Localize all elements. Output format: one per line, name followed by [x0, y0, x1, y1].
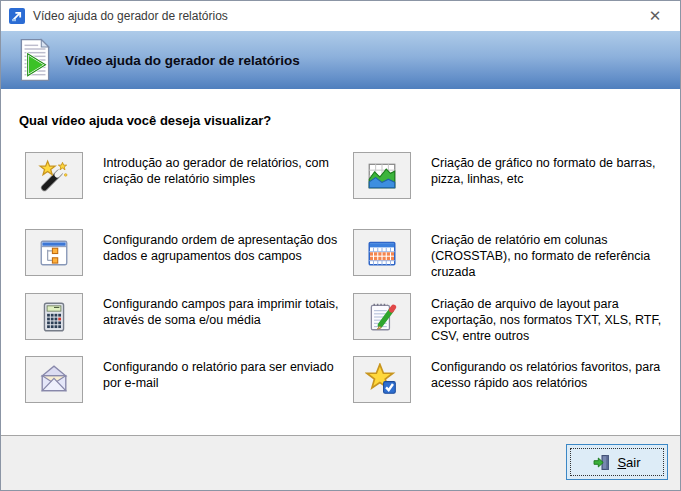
help-item-crosstab[interactable]: Criação de relatório em colunas (CROSSTA…: [353, 229, 679, 280]
help-item-totals[interactable]: Configurando campos para imprimir totais…: [25, 293, 351, 340]
favorites-star-glyph: [365, 363, 399, 397]
question-label: Qual vídeo ajuda você deseja visualizar?: [19, 113, 271, 128]
email-envelope-icon[interactable]: [25, 356, 83, 403]
video-document-icon: [17, 38, 53, 82]
help-item-label: Configurando campos para imprimir totais…: [103, 293, 351, 328]
wizard-wand-icon[interactable]: [25, 152, 83, 199]
help-item-label: Introdução ao gerador de relatórios, com…: [103, 152, 351, 187]
page-title: Vídeo ajuda do gerador de relatórios: [65, 53, 300, 68]
grouping-tree-glyph: [37, 236, 71, 270]
help-item-layout-export[interactable]: Criação de arquivo de layout para export…: [353, 293, 679, 344]
layout-notepad-icon[interactable]: [353, 293, 411, 340]
help-item-introduction[interactable]: Introdução ao gerador de relatórios, com…: [25, 152, 351, 199]
video-help-dialog: Vídeo ajuda do gerador de relatórios ✕ V…: [0, 0, 681, 491]
area-chart-icon[interactable]: [353, 152, 411, 199]
help-item-email[interactable]: Configurando o relatório para ser enviad…: [25, 356, 351, 403]
exit-door-icon: [593, 454, 610, 471]
help-item-label: Criação de relatório em colunas (CROSSTA…: [431, 229, 679, 280]
help-item-label: Configurando ordem de apresentação dos d…: [103, 229, 351, 264]
app-icon: [9, 8, 25, 24]
dialog-header: Vídeo ajuda do gerador de relatórios: [1, 31, 680, 89]
layout-notepad-glyph: [365, 300, 399, 334]
wizard-wand-glyph: [37, 159, 71, 193]
help-item-label: Configurando o relatório para ser enviad…: [103, 356, 351, 391]
grouping-tree-icon[interactable]: [25, 229, 83, 276]
help-item-grouping[interactable]: Configurando ordem de apresentação dos d…: [25, 229, 351, 276]
help-item-chart[interactable]: Criação de gráfico no formato de barras,…: [353, 152, 679, 199]
area-chart-glyph: [365, 159, 399, 193]
exit-label: Sair: [617, 455, 640, 470]
footer-bar: Sair: [1, 435, 680, 491]
crosstab-table-icon[interactable]: [353, 229, 411, 276]
title-bar: Vídeo ajuda do gerador de relatórios ✕: [1, 1, 680, 31]
help-item-favorites[interactable]: Configurando os relatórios favoritos, pa…: [353, 356, 679, 403]
calculator-glyph: [37, 300, 71, 334]
help-item-label: Criação de arquivo de layout para export…: [431, 293, 679, 344]
calculator-icon[interactable]: [25, 293, 83, 340]
crosstab-table-glyph: [365, 236, 399, 270]
help-item-label: Criação de gráfico no formato de barras,…: [431, 152, 679, 187]
window-title: Vídeo ajuda do gerador de relatórios: [33, 9, 228, 23]
exit-button[interactable]: Sair: [566, 444, 668, 480]
main-content: Qual vídeo ajuda você deseja visualizar?…: [1, 89, 680, 435]
close-icon[interactable]: ✕: [640, 5, 670, 27]
help-item-label: Configurando os relatórios favoritos, pa…: [431, 356, 679, 391]
email-envelope-glyph: [37, 363, 71, 397]
favorites-star-icon[interactable]: [353, 356, 411, 403]
